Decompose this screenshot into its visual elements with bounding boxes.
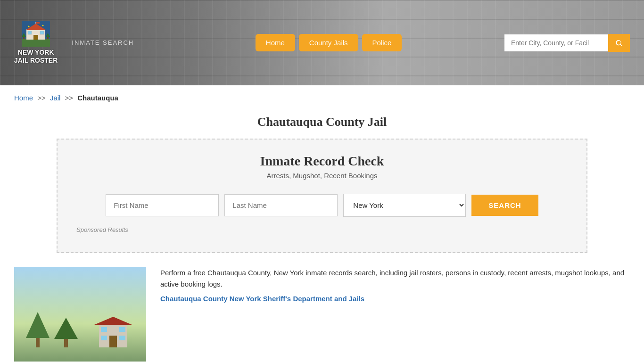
logo-text: NEW YORK JAIL ROSTER <box>14 49 58 65</box>
breadcrumb-jail-link[interactable]: Jail <box>50 94 61 102</box>
content-image <box>14 267 146 362</box>
svg-rect-18 <box>101 327 107 332</box>
record-check-section: Inmate Record Check Arrests, Mugshot, Re… <box>57 139 587 253</box>
site-header: NEW YORK JAIL ROSTER INMATE SEARCH Home … <box>0 0 644 85</box>
breadcrumb-sep-2: >> <box>65 94 74 102</box>
search-icon <box>615 39 623 47</box>
svg-rect-19 <box>119 327 125 332</box>
page-title-area: Chautauqua County Jail <box>0 110 644 139</box>
content-subtitle[interactable]: Chautauqua County New York Sheriff's Dep… <box>160 295 630 303</box>
state-select[interactable]: New York Alabama Alaska Arizona Arkansas… <box>343 194 466 217</box>
first-name-input[interactable] <box>106 194 219 216</box>
header-search-input[interactable] <box>504 34 608 51</box>
content-description: Perform a free Chautauqua County, New Yo… <box>160 267 630 290</box>
sponsored-results-label: Sponsored Results <box>76 226 568 233</box>
content-section: Perform a free Chautauqua County, New Yo… <box>0 253 644 362</box>
nav-police-button[interactable]: Police <box>362 34 402 51</box>
svg-rect-1 <box>22 39 50 47</box>
record-check-subtitle: Arrests, Mugshot, Recent Bookings <box>76 172 568 180</box>
svg-point-14 <box>28 26 30 27</box>
svg-rect-20 <box>101 336 107 340</box>
header-search-bar <box>504 34 630 52</box>
breadcrumb-current: Chautauqua <box>77 94 118 102</box>
nav-buttons: Home County Jails Police <box>153 34 504 51</box>
record-form: New York Alabama Alaska Arizona Arkansas… <box>76 194 568 217</box>
svg-rect-17 <box>109 336 117 347</box>
record-search-button[interactable]: SEARCH <box>471 195 538 216</box>
svg-rect-21 <box>119 336 125 340</box>
nav-home-button[interactable]: Home <box>256 34 295 51</box>
page-title: Chautauqua County Jail <box>14 115 630 129</box>
content-text-area: Perform a free Chautauqua County, New Yo… <box>160 267 630 362</box>
logo-area[interactable]: NEW YORK JAIL ROSTER <box>14 21 58 65</box>
header-search-button[interactable] <box>608 34 630 52</box>
breadcrumb-home-link[interactable]: Home <box>14 94 33 102</box>
svg-rect-5 <box>28 31 32 34</box>
svg-point-13 <box>42 25 44 26</box>
svg-rect-8 <box>36 22 40 24</box>
breadcrumb-sep-1: >> <box>37 94 46 102</box>
nav-county-jails-button[interactable]: County Jails <box>299 34 358 51</box>
breadcrumb: Home >> Jail >> Chautauqua <box>0 85 644 110</box>
logo-icon <box>22 21 50 47</box>
last-name-input[interactable] <box>224 194 338 216</box>
record-check-title: Inmate Record Check <box>76 154 568 169</box>
svg-rect-4 <box>33 35 38 40</box>
inmate-search-label: INMATE SEARCH <box>72 39 134 46</box>
svg-rect-6 <box>40 31 44 34</box>
building-svg <box>90 314 137 352</box>
svg-marker-16 <box>94 317 132 325</box>
